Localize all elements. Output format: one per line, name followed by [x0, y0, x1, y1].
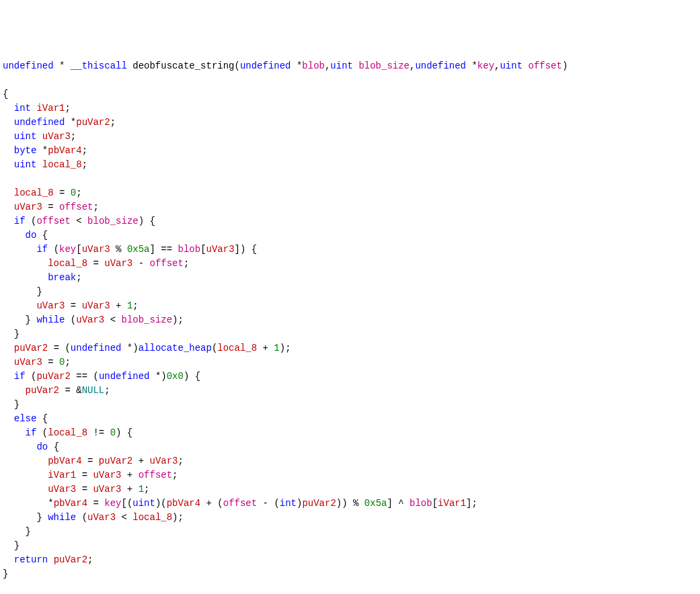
var-uvar3: uVar3 — [82, 244, 110, 255]
var-puvar2: puVar2 — [14, 343, 48, 353]
var-puvar2: puVar2 — [76, 117, 110, 128]
var-uvar3: uVar3 — [42, 131, 71, 142]
var-uvar3: uVar3 — [104, 258, 132, 269]
var-ivar1: iVar1 — [438, 498, 466, 509]
type-int: int — [14, 103, 31, 114]
kw-break: break — [48, 272, 76, 283]
num-one: 1 — [127, 300, 132, 311]
param-key: key — [477, 60, 494, 71]
param-offset: offset — [528, 60, 561, 71]
num-one: 1 — [274, 343, 279, 353]
var-uvar3: uVar3 — [93, 470, 121, 480]
type-undefined: undefined — [415, 60, 466, 71]
type-int: int — [280, 498, 297, 509]
var-uvar3: uVar3 — [14, 357, 42, 368]
kw-if: if — [36, 244, 48, 255]
var-local8: local_8 — [42, 159, 82, 170]
type-byte: byte — [14, 145, 37, 156]
var-uvar3: uVar3 — [206, 244, 235, 255]
var-local8: local_8 — [132, 512, 172, 523]
num-zero: 0 — [71, 187, 76, 198]
param-offset: offset — [223, 498, 257, 509]
kw-while: while — [36, 314, 65, 325]
var-uvar3: uVar3 — [87, 512, 116, 523]
num-zero: 0 — [110, 427, 116, 438]
param-blob: blob — [410, 498, 432, 509]
var-uvar3: uVar3 — [150, 456, 178, 466]
type-uint: uint — [500, 60, 522, 71]
var-local8: local_8 — [48, 258, 87, 269]
decompiled-code: undefined * __thiscall deobfuscate_strin… — [3, 59, 697, 581]
var-uvar3: uVar3 — [36, 300, 65, 311]
param-key: key — [59, 244, 76, 255]
kw-while: while — [48, 512, 76, 523]
kw-else: else — [14, 413, 37, 424]
param-blob-size: blob_size — [87, 216, 139, 226]
var-uvar3: uVar3 — [93, 484, 121, 495]
type-uint: uint — [132, 498, 155, 509]
var-pbvar4: pbVar4 — [54, 498, 87, 509]
type-undefined: undefined — [240, 60, 291, 71]
type-uint: uint — [14, 159, 37, 170]
type-undefined: undefined — [99, 371, 150, 382]
param-key: key — [104, 498, 121, 509]
var-uvar3: uVar3 — [48, 484, 76, 495]
kw-do: do — [36, 441, 48, 452]
var-pbvar4: pbVar4 — [48, 456, 81, 466]
param-offset: offset — [139, 470, 172, 480]
var-pbvar4: pbVar4 — [167, 498, 200, 509]
type-uint: uint — [14, 131, 37, 142]
var-puvar2: puVar2 — [302, 498, 336, 509]
num-0x5a: 0x5a — [127, 244, 150, 255]
var-puvar2: puVar2 — [54, 554, 87, 565]
var-local8: local_8 — [217, 343, 257, 353]
var-uvar3: uVar3 — [76, 314, 104, 325]
const-null: NULL — [82, 385, 105, 396]
call-allocate-heap: allocate_heap — [139, 343, 212, 353]
var-ivar1: iVar1 — [36, 103, 65, 114]
var-uvar3: uVar3 — [82, 300, 110, 311]
num-zero: 0 — [59, 357, 65, 368]
param-offset: offset — [149, 258, 183, 269]
var-local8: local_8 — [14, 187, 54, 198]
type-undefined: undefined — [14, 117, 65, 128]
kw-if: if — [14, 216, 26, 226]
var-pbvar4: pbVar4 — [48, 145, 81, 156]
num-one: 1 — [139, 484, 144, 495]
param-blob-size: blob_size — [121, 314, 172, 325]
var-puvar2: puVar2 — [26, 385, 59, 396]
kw-if: if — [26, 427, 37, 438]
param-blob: blob — [302, 60, 325, 71]
var-ivar1: iVar1 — [48, 470, 76, 480]
var-puvar2: puVar2 — [99, 456, 132, 466]
var-puvar2: puVar2 — [36, 371, 70, 382]
param-blob: blob — [178, 244, 201, 255]
num-0x0: 0x0 — [167, 371, 184, 382]
param-offset: offset — [36, 216, 70, 226]
type-uint: uint — [330, 60, 353, 71]
calling-convention: __thiscall — [71, 60, 127, 71]
param-blob-size: blob_size — [358, 60, 410, 71]
kw-do: do — [26, 230, 37, 241]
var-local8: local_8 — [48, 427, 87, 438]
type-undefined: undefined — [3, 60, 54, 71]
kw-return: return — [14, 554, 48, 565]
num-0x5a: 0x5a — [364, 498, 387, 509]
type-undefined: undefined — [71, 343, 122, 353]
param-offset: offset — [59, 202, 93, 212]
function-name: deobfuscate_string — [132, 60, 234, 71]
var-uvar3: uVar3 — [14, 202, 42, 212]
kw-if: if — [14, 371, 26, 382]
